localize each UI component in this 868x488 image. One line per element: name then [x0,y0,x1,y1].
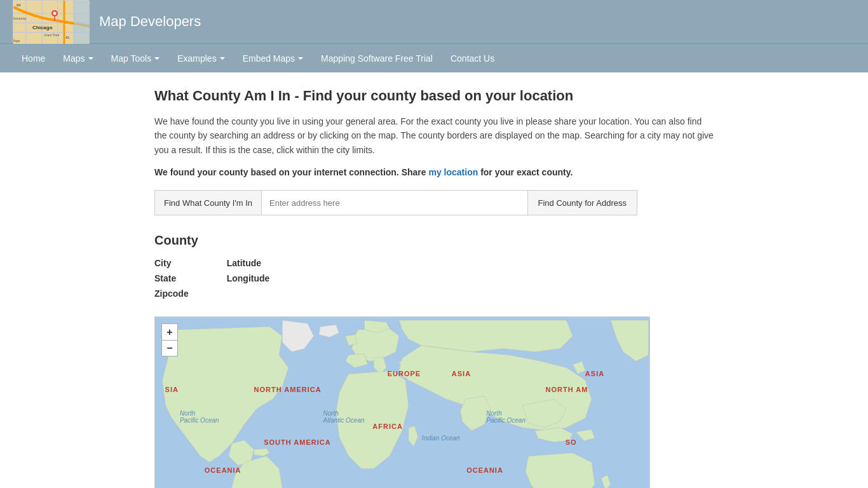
nav-maps[interactable]: Maps [54,46,102,71]
county-info: City State Zipcode Latitude Longitude [154,258,714,304]
county-col-right: Latitude Longitude [227,258,270,304]
svg-text:Chicago: Chicago [32,25,53,30]
svg-rect-11 [74,1,90,44]
nav-map-tools[interactable]: Map Tools [102,46,169,71]
map-zoom-controls: + − [161,323,178,356]
svg-text:llage: llage [13,39,20,43]
nav-embed-maps-caret [298,57,303,60]
navbar: Home Maps Map Tools Examples Embed Maps … [0,43,868,72]
zipcode-label: Zipcode [154,288,189,299]
header-logo: 94 41 Chicago Grant Park Kentucky llage [13,0,89,43]
zoom-in-button[interactable]: + [161,323,178,340]
svg-point-15 [53,12,57,15]
svg-text:94: 94 [17,3,21,7]
svg-text:Kentucky: Kentucky [13,17,27,20]
description-text: We have found the county you live in usi… [154,114,714,157]
nav-home[interactable]: Home [13,46,54,71]
main-content: What County Am I In - Find your county b… [142,72,726,488]
header-title: Map Developers [99,13,201,30]
county-col-left: City State Zipcode [154,258,189,304]
city-label: City [154,258,171,268]
nav-maps-caret [88,57,93,60]
nav-embed-maps[interactable]: Embed Maps [234,46,312,71]
nav-mapping-software[interactable]: Mapping Software Free Trial [312,46,442,71]
nav-contact-us[interactable]: Contact Us [442,46,503,71]
latitude-row: Latitude [227,258,270,268]
latitude-label: Latitude [227,258,261,268]
county-heading: County [154,233,714,248]
svg-text:Grant Park: Grant Park [44,33,60,37]
city-row: City [154,258,189,268]
my-location-link[interactable]: my location [428,167,478,177]
longitude-label: Longitude [227,273,270,283]
page-title: What County Am I In - Find your county b… [154,88,714,104]
state-row: State [154,273,189,283]
zoom-out-button[interactable]: − [161,340,178,356]
address-input[interactable] [262,191,527,215]
location-notice-suffix: for your exact county. [478,167,573,177]
nav-examples[interactable]: Examples [168,46,233,71]
search-bar: Find What County I'm In Find County for … [154,190,637,215]
longitude-row: Longitude [227,273,270,283]
search-label: Find What County I'm In [155,191,262,215]
logo-map-svg: 94 41 Chicago Grant Park Kentucky llage [13,1,90,44]
zipcode-row: Zipcode [154,288,189,299]
location-notice-prefix: We found your county based on your inter… [154,167,428,177]
find-county-button[interactable]: Find County for Address [527,191,637,215]
nav-examples-caret [220,57,225,60]
world-map-svg [155,317,649,488]
header: 94 41 Chicago Grant Park Kentucky llage … [0,0,868,43]
nav-map-tools-caret [154,57,159,60]
svg-text:41: 41 [65,36,70,39]
state-label: State [154,273,176,283]
location-notice: We found your county based on your inter… [154,167,714,177]
world-map[interactable]: + − [154,316,650,488]
